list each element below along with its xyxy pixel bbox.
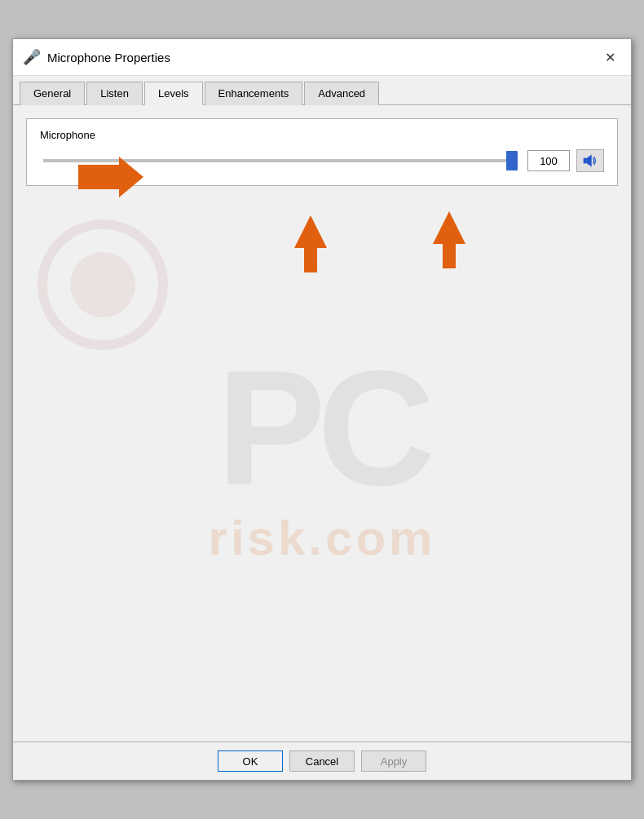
tab-enhancements[interactable]: Enhancements bbox=[205, 82, 303, 105]
speaker-mute-button[interactable] bbox=[576, 149, 604, 172]
svg-marker-3 bbox=[294, 215, 327, 272]
slider-fill bbox=[43, 159, 518, 162]
svg-rect-0 bbox=[584, 158, 587, 164]
watermark: PC risk.com bbox=[13, 170, 631, 742]
microphone-label: Microphone bbox=[40, 129, 604, 141]
slider-thumb[interactable] bbox=[506, 151, 518, 170]
microphone-slider-track[interactable] bbox=[43, 159, 518, 162]
tab-listen[interactable]: Listen bbox=[86, 82, 143, 105]
microphone-section: Microphone bbox=[26, 118, 618, 186]
apply-button[interactable]: Apply bbox=[361, 750, 426, 772]
microphone-properties-dialog: 🎤 Microphone Properties ✕ General Listen… bbox=[12, 38, 632, 781]
arrow-speaker-button bbox=[421, 207, 478, 275]
microphone-slider-row bbox=[40, 149, 604, 172]
tab-bar: General Listen Levels Enhancements Advan… bbox=[13, 76, 631, 105]
title-bar: 🎤 Microphone Properties ✕ bbox=[13, 39, 631, 76]
watermark-risk-text: risk.com bbox=[209, 510, 436, 566]
ok-button[interactable]: OK bbox=[218, 750, 283, 772]
watermark-circle-inner bbox=[70, 252, 135, 317]
arrow-value-input bbox=[282, 211, 339, 279]
tab-advanced[interactable]: Advanced bbox=[304, 82, 379, 105]
cancel-button[interactable]: Cancel bbox=[289, 750, 355, 772]
svg-marker-1 bbox=[587, 155, 592, 167]
tab-levels[interactable]: Levels bbox=[144, 82, 203, 105]
close-button[interactable]: ✕ bbox=[598, 46, 621, 69]
level-value-input[interactable] bbox=[527, 150, 570, 171]
tab-general[interactable]: General bbox=[20, 82, 85, 105]
dialog-title: Microphone Properties bbox=[47, 51, 592, 64]
watermark-circle bbox=[37, 219, 168, 350]
dialog-footer: OK Cancel Apply bbox=[13, 742, 631, 780]
speaker-icon bbox=[582, 153, 598, 169]
svg-marker-4 bbox=[433, 211, 465, 268]
watermark-pc-text: PC bbox=[217, 347, 427, 510]
content-area: Microphone bbox=[13, 105, 631, 742]
microphone-icon: 🎤 bbox=[23, 48, 41, 66]
